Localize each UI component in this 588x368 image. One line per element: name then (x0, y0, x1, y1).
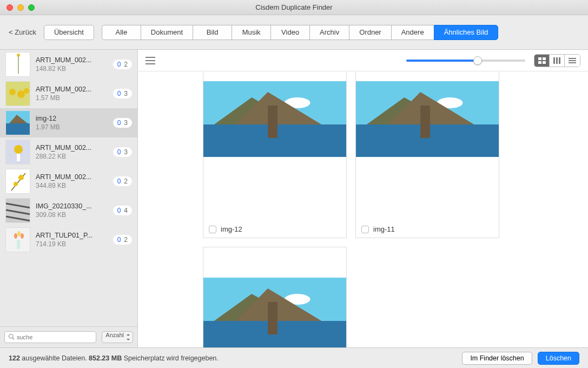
footer: 122 ausgewählte Dateien. 852.23 MB Speic… (0, 347, 588, 368)
svg-rect-33 (556, 57, 558, 64)
freed-size: 852.23 MB (89, 354, 122, 362)
svg-point-6 (24, 88, 29, 94)
tab-bild[interactable]: Bild (193, 25, 232, 40)
list-item[interactable]: IMG_20210330_...309.08 KB04 (0, 196, 137, 225)
svg-point-24 (17, 231, 21, 236)
tab-archiv[interactable]: Archiv (309, 25, 349, 40)
select-checkbox[interactable] (209, 226, 216, 233)
count-badge: 03 (113, 118, 132, 128)
delete-in-finder-button[interactable]: Im Finder löschen (462, 352, 532, 365)
file-size: 714.19 KB (36, 240, 108, 248)
search-box[interactable] (4, 331, 96, 343)
list-item[interactable]: ARTI_MUM_002...288.22 KB03 (0, 137, 137, 167)
tab-musik[interactable]: Musik (232, 25, 270, 40)
list-item[interactable]: ARTI_MUM_002...148.82 KB02 (0, 50, 137, 79)
list-thumbnail (5, 198, 30, 223)
svg-rect-13 (6, 169, 30, 194)
grid-icon (538, 57, 546, 64)
thumbnail-grid[interactable]: img-12 (138, 71, 588, 347)
delete-button[interactable]: Löschen (538, 352, 579, 365)
file-name: ARTI_MUM_002... (36, 173, 108, 181)
titlebar: Cisdem Duplicate Finder (0, 0, 588, 15)
list-item[interactable]: ARTI_MUM_002...1.57 MB03 (0, 79, 137, 108)
svg-point-15 (14, 182, 18, 186)
file-list[interactable]: ARTI_MUM_002...148.82 KB02ARTI_MUM_002..… (0, 50, 137, 326)
content-toolbar (138, 50, 588, 71)
list-item[interactable]: img-121.97 MB03 (0, 108, 137, 137)
selected-count: 122 (9, 354, 20, 362)
list-thumbnail (5, 227, 30, 252)
thumbnail-card[interactable] (203, 247, 347, 347)
list-text: IMG_20210330_...309.08 KB (36, 202, 108, 219)
list-text: ARTI_MUM_002...344.89 KB (36, 173, 108, 189)
count-badge: 03 (113, 89, 132, 98)
columns-view-button[interactable] (550, 55, 565, 67)
tab-aehnliches-bild[interactable]: Ähnliches Bild (434, 25, 499, 40)
file-size: 309.08 KB (36, 211, 108, 219)
svg-line-27 (12, 338, 14, 339)
list-mode-icon[interactable] (146, 57, 155, 64)
thumbnail-card[interactable]: img-12 (203, 71, 347, 238)
list-item[interactable]: ARTI_MUM_002...344.89 KB02 (0, 167, 137, 196)
tab-ordner[interactable]: Ordner (349, 25, 391, 40)
window-title: Cisdem Duplicate Finder (0, 3, 588, 11)
list-text: ARTI_MUM_002...148.82 KB (36, 56, 108, 73)
count-badge: 02 (113, 176, 132, 186)
back-button[interactable]: < Zurück (9, 28, 36, 36)
list-text: ARTI_MUM_002...1.57 MB (36, 86, 108, 102)
svg-rect-11 (17, 154, 20, 161)
list-thumbnail (5, 81, 30, 106)
grid-view-button[interactable] (534, 55, 550, 67)
search-input[interactable] (17, 334, 93, 340)
sidebar-bottom: Anzahl (0, 326, 137, 347)
tab-video[interactable]: Video (270, 25, 309, 40)
list-view-button[interactable] (565, 55, 580, 67)
overview-button[interactable]: Übersicht (44, 25, 94, 40)
list-thumbnail (5, 169, 30, 194)
svg-rect-37 (569, 62, 576, 63)
list-text: ARTI_TULP01_P...714.19 KB (36, 232, 108, 248)
count-badge: 02 (113, 60, 132, 69)
file-size: 1.97 MB (36, 123, 108, 131)
list-item[interactable]: ARTI_TULP01_P...714.19 KB02 (0, 225, 137, 254)
file-size: 344.89 KB (36, 182, 108, 189)
minimize-window-button[interactable] (17, 4, 24, 11)
tab-dokument[interactable]: Dokument (141, 25, 193, 40)
svg-rect-22 (17, 240, 20, 249)
svg-point-12 (14, 145, 23, 154)
close-window-button[interactable] (6, 4, 13, 11)
slider-thumb[interactable] (473, 56, 482, 65)
file-name: img-12 (36, 115, 108, 122)
thumbnail-caption: img-12 (203, 221, 346, 238)
list-icon (569, 57, 576, 64)
svg-rect-29 (543, 57, 546, 60)
tab-andere[interactable]: Andere (391, 25, 434, 40)
search-icon (8, 333, 15, 341)
toolbar: < Zurück Übersicht Alle Dokument Bild Mu… (0, 15, 588, 50)
svg-rect-55 (268, 302, 278, 334)
count-badge: 04 (113, 206, 132, 215)
svg-rect-28 (538, 57, 541, 60)
thumbnail-image (356, 71, 499, 188)
thumbnail-image (203, 278, 346, 347)
zoom-window-button[interactable] (28, 4, 35, 11)
svg-rect-8 (6, 123, 30, 135)
thumbnail-caption: img-11 (356, 221, 499, 238)
svg-rect-31 (543, 61, 546, 64)
svg-point-2 (17, 54, 20, 57)
svg-point-26 (9, 334, 14, 338)
view-toggle (534, 54, 580, 67)
list-text: ARTI_MUM_002...288.22 KB (36, 144, 108, 160)
thumbnail-card[interactable]: img-11 (355, 71, 499, 238)
sort-label: Anzahl (105, 332, 124, 338)
file-size: 148.82 KB (36, 65, 108, 73)
tab-alle[interactable]: Alle (102, 25, 141, 40)
file-name: ARTI_MUM_002... (36, 56, 108, 64)
list-thumbnail (5, 52, 30, 77)
file-size: 288.22 KB (36, 153, 108, 160)
thumbnail-size-slider[interactable] (406, 60, 525, 62)
select-checkbox[interactable] (361, 226, 369, 233)
svg-point-23 (14, 233, 17, 239)
main: ARTI_MUM_002...148.82 KB02ARTI_MUM_002..… (0, 50, 588, 347)
sort-select[interactable]: Anzahl (102, 331, 133, 343)
